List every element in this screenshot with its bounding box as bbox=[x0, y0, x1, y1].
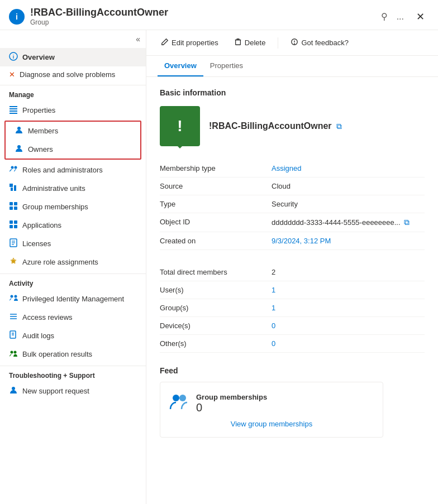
field-value[interactable]: Assigned bbox=[272, 164, 301, 172]
delete-icon bbox=[234, 38, 242, 47]
feed-card-title: Group memberships bbox=[196, 393, 267, 401]
svg-text:i: i bbox=[13, 54, 15, 60]
bulk-ops-icon bbox=[9, 349, 18, 359]
stat-value[interactable]: 0 bbox=[272, 339, 275, 348]
svg-point-27 bbox=[11, 295, 13, 298]
header-icon: i bbox=[9, 9, 25, 25]
sidebar-item-diagnose[interactable]: ✕ Diagnose and solve problems bbox=[0, 66, 146, 83]
svg-point-35 bbox=[11, 351, 13, 354]
sidebar-item-audit-logs[interactable]: Audit logs bbox=[0, 327, 146, 345]
feed-card-count: 0 bbox=[196, 401, 267, 414]
sidebar-item-roles[interactable]: Roles and administrators bbox=[0, 161, 146, 179]
svg-rect-12 bbox=[9, 184, 13, 187]
sidebar-item-pim[interactable]: Privileged Identity Management bbox=[0, 290, 146, 308]
sidebar-item-properties[interactable]: Properties bbox=[0, 101, 146, 119]
svg-point-8 bbox=[11, 166, 14, 169]
sidebar-item-owners[interactable]: Owners bbox=[6, 140, 140, 159]
sidebar-item-admin-units[interactable]: Administrative units bbox=[0, 179, 146, 198]
sidebar-item-licenses[interactable]: Licenses bbox=[0, 234, 146, 253]
header: i !RBAC-BillingAccountOwner Group ⚲ ... … bbox=[0, 0, 438, 30]
table-row: Created on 9/3/2024, 3:12 PM bbox=[160, 232, 425, 250]
edit-properties-button[interactable]: Edit properties bbox=[158, 36, 222, 50]
view-group-memberships-link[interactable]: View group memberships bbox=[169, 420, 374, 428]
sidebar-item-applications[interactable]: Applications bbox=[0, 216, 146, 234]
sidebar: « i Overview ✕ Diagnose and solve proble… bbox=[0, 30, 146, 504]
sidebar-item-group-memberships[interactable]: Group memberships bbox=[0, 198, 146, 216]
svg-point-37 bbox=[12, 387, 15, 390]
overview-icon: i bbox=[9, 52, 18, 63]
sidebar-audit-logs-label: Audit logs bbox=[22, 332, 54, 340]
close-button[interactable]: ✕ bbox=[412, 8, 429, 25]
more-options-icon[interactable]: ... bbox=[394, 9, 406, 24]
sidebar-item-overview[interactable]: i Overview bbox=[0, 48, 146, 66]
diagnose-icon: ✕ bbox=[9, 70, 15, 79]
stat-label: Group(s) bbox=[160, 299, 272, 317]
delete-button[interactable]: Delete bbox=[231, 36, 269, 50]
table-row: Group(s) 1 bbox=[160, 299, 425, 317]
svg-rect-11 bbox=[14, 185, 16, 191]
object-id-value: dddddddd-3333-4444-5555-eeeeeeee... bbox=[272, 218, 401, 227]
sidebar-bulk-ops-label: Bulk operation results bbox=[22, 350, 92, 358]
feedback-icon bbox=[291, 38, 298, 47]
created-on-value: 9/3/2024, 3:12 PM bbox=[272, 237, 331, 245]
stat-value[interactable]: 1 bbox=[272, 286, 275, 294]
sidebar-item-access-reviews[interactable]: Access reviews bbox=[0, 308, 146, 327]
group-memberships-icon bbox=[9, 201, 18, 212]
group-name-block: !RBAC-BillingAccountOwner ⧉ bbox=[209, 121, 342, 131]
svg-rect-3 bbox=[9, 108, 17, 109]
activity-section-label: Activity bbox=[0, 273, 146, 290]
toolbar-divider bbox=[278, 37, 278, 49]
field-label: Source bbox=[160, 177, 272, 195]
basic-info-title: Basic information bbox=[160, 88, 425, 97]
owners-icon bbox=[15, 144, 23, 155]
applications-icon bbox=[9, 220, 18, 231]
svg-point-40 bbox=[294, 44, 295, 44]
feed-card-icon bbox=[169, 391, 189, 415]
main-layout: « i Overview ✕ Diagnose and solve proble… bbox=[0, 30, 438, 504]
copy-name-icon[interactable]: ⧉ bbox=[336, 122, 342, 131]
svg-rect-5 bbox=[9, 113, 17, 114]
svg-point-28 bbox=[15, 295, 17, 298]
troubleshoot-section-label: Troubleshooting + Support bbox=[0, 366, 146, 382]
svg-rect-13 bbox=[9, 202, 13, 205]
svg-point-9 bbox=[15, 166, 17, 169]
copy-object-id-icon[interactable]: ⧉ bbox=[404, 218, 410, 227]
stat-value[interactable]: 1 bbox=[272, 304, 275, 312]
group-icon-text: ! bbox=[177, 117, 182, 135]
collapse-sidebar-button[interactable]: « bbox=[136, 35, 140, 44]
svg-rect-10 bbox=[11, 188, 13, 191]
svg-point-6 bbox=[17, 127, 21, 130]
sidebar-item-azure-roles[interactable]: Azure role assignments bbox=[0, 253, 146, 271]
content-body: Basic information ! !RBAC-BillingAccount… bbox=[146, 77, 438, 449]
stat-label: Device(s) bbox=[160, 317, 272, 335]
sidebar-access-reviews-label: Access reviews bbox=[22, 313, 73, 321]
tab-overview[interactable]: Overview bbox=[158, 56, 203, 76]
sidebar-support-label: New support request bbox=[22, 387, 89, 395]
azure-roles-icon bbox=[9, 257, 18, 267]
pin-icon[interactable]: ⚲ bbox=[379, 9, 390, 24]
toolbar: Edit properties Delete Got feedback? bbox=[146, 30, 438, 56]
tabs: Overview Properties bbox=[146, 56, 438, 77]
sidebar-properties-label: Properties bbox=[22, 106, 55, 114]
sidebar-pim-label: Privileged Identity Management bbox=[22, 295, 124, 303]
feedback-button[interactable]: Got feedback? bbox=[287, 36, 352, 50]
sidebar-collapse: « bbox=[0, 30, 146, 48]
sidebar-overview-label: Overview bbox=[22, 53, 55, 61]
stats-table: Total direct members 2 User(s) 1 Group(s… bbox=[160, 263, 425, 353]
svg-rect-17 bbox=[9, 220, 13, 224]
sidebar-owners-label: Owners bbox=[28, 145, 53, 153]
feed-card-header: Group memberships 0 bbox=[169, 391, 374, 415]
stat-value[interactable]: 0 bbox=[272, 321, 275, 330]
sidebar-item-members[interactable]: Members bbox=[6, 122, 140, 140]
sidebar-item-bulk-ops[interactable]: Bulk operation results bbox=[0, 345, 146, 363]
svg-rect-19 bbox=[9, 225, 13, 228]
table-row: Device(s) 0 bbox=[160, 317, 425, 335]
sidebar-item-support[interactable]: New support request bbox=[0, 382, 146, 400]
table-row: Other(s) 0 bbox=[160, 335, 425, 353]
field-value: Cloud bbox=[272, 182, 291, 190]
tab-properties[interactable]: Properties bbox=[203, 56, 250, 76]
edit-icon bbox=[161, 38, 169, 47]
svg-rect-18 bbox=[14, 220, 17, 224]
support-icon bbox=[9, 386, 18, 396]
pim-icon bbox=[9, 294, 18, 304]
